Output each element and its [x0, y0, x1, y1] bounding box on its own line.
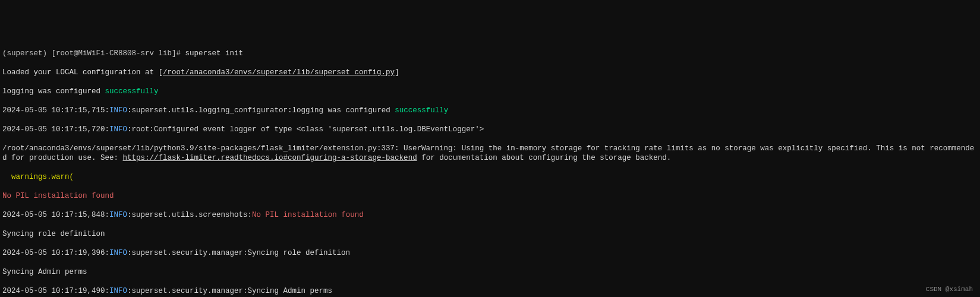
- log-level: INFO: [109, 211, 127, 219]
- log-level: INFO: [109, 249, 127, 257]
- watermark: CSDN @xsimah: [926, 285, 973, 293]
- log-entry: 2024-05-05 10:17:19,490:INFO:superset.se…: [2, 286, 978, 296]
- log-level: INFO: [109, 287, 127, 295]
- log-entry: 2024-05-05 10:17:15,720:INFO:root:Config…: [2, 125, 978, 134]
- warning-line: /root/anaconda3/envs/superset/lib/python…: [2, 144, 978, 163]
- command-text: superset init: [185, 49, 244, 58]
- syncing-line: Syncing role definition: [2, 229, 978, 239]
- log-entry: 2024-05-05 10:17:15,715:INFO:superset.ut…: [2, 106, 978, 115]
- log-entry: 2024-05-05 10:17:19,396:INFO:superset.se…: [2, 248, 978, 258]
- syncing-line: Syncing Admin perms: [2, 267, 978, 277]
- doc-url[interactable]: https://flask-limiter.readthedocs.io#con…: [123, 154, 417, 162]
- log-level: INFO: [109, 125, 127, 134]
- logging-line: logging was configured successfully: [2, 87, 978, 96]
- config-line: Loaded your LOCAL configuration at [/roo…: [2, 68, 978, 77]
- shell-prompt: (superset) [root@MiWiFi-CR8808-srv lib]#: [2, 49, 185, 58]
- terminal-output: (superset) [root@MiWiFi-CR8808-srv lib]#…: [2, 39, 978, 297]
- log-entry: 2024-05-05 10:17:15,848:INFO:superset.ut…: [2, 210, 978, 220]
- log-level: INFO: [109, 106, 127, 115]
- config-path: /root/anaconda3/envs/superset/lib/supers…: [163, 68, 395, 77]
- warning-indent: warnings.warn(: [2, 172, 978, 182]
- pil-error-line: No PIL installation found: [2, 191, 978, 201]
- prompt-line-1[interactable]: (superset) [root@MiWiFi-CR8808-srv lib]#…: [2, 49, 978, 58]
- success-text: successfully: [105, 87, 159, 96]
